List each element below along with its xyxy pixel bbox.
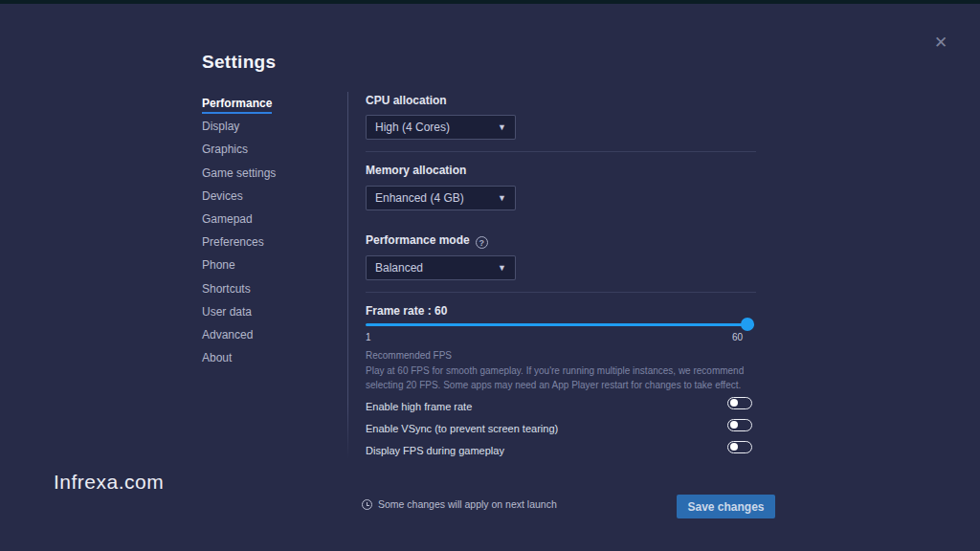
high-frame-rate-toggle[interactable]	[727, 397, 752, 409]
save-changes-button[interactable]: Save changes	[677, 495, 775, 518]
sidebar-item-display[interactable]: Display	[202, 120, 336, 143]
page-title: Settings	[202, 52, 276, 73]
performance-mode-label: Performance mode?	[366, 233, 488, 249]
toggle-row-display-fps: Display FPS during gameplay	[366, 441, 752, 454]
toggle-knob	[730, 443, 738, 451]
memory-allocation-dropdown[interactable]: Enhanced (4 GB) ▼	[366, 186, 516, 210]
footer-note-text: Some changes will apply on next launch	[378, 498, 557, 510]
chevron-down-icon: ▼	[498, 193, 506, 203]
sidebar-item-phone[interactable]: Phone	[202, 258, 336, 281]
sidebar-item-gamepad[interactable]: Gamepad	[202, 212, 336, 235]
cpu-allocation-value: High (4 Cores)	[375, 121, 498, 134]
clock-icon	[362, 499, 372, 510]
slider-track[interactable]	[366, 323, 754, 326]
toggle-knob	[730, 399, 738, 407]
cpu-allocation-label: CPU allocation	[366, 94, 447, 107]
sidebar-item-game-settings[interactable]: Game settings	[202, 166, 336, 189]
toggle-label: Display FPS during gameplay	[366, 445, 504, 456]
frame-rate-slider[interactable]	[366, 318, 754, 331]
sidebar-item-devices[interactable]: Devices	[202, 189, 336, 212]
chevron-down-icon: ▼	[498, 263, 506, 273]
memory-allocation-value: Enhanced (4 GB)	[375, 191, 498, 205]
vsync-toggle[interactable]	[727, 419, 752, 431]
sidebar-item-shortcuts[interactable]: Shortcuts	[202, 282, 336, 305]
slider-max-label: 60	[732, 332, 743, 342]
toggle-label: Enable VSync (to prevent screen tearing)	[366, 423, 558, 434]
watermark: Infrexa.com	[54, 471, 164, 494]
sidebar-item-advanced[interactable]: Advanced	[202, 328, 336, 351]
toggle-knob	[730, 421, 738, 429]
section-divider	[366, 151, 756, 152]
sidebar-item-user-data[interactable]: User data	[202, 305, 336, 328]
settings-sidebar: Performance Display Graphics Game settin…	[202, 97, 336, 374]
sidebar-item-preferences[interactable]: Preferences	[202, 235, 336, 258]
slider-handle[interactable]	[741, 318, 754, 331]
close-icon[interactable]: ✕	[930, 33, 951, 54]
performance-mode-value: Balanced	[375, 261, 498, 275]
section-divider	[366, 292, 756, 293]
performance-mode-dropdown[interactable]: Balanced ▼	[366, 255, 516, 280]
sidebar-item-about[interactable]: About	[202, 351, 336, 374]
toggle-row-high-frame-rate: Enable high frame rate	[366, 397, 752, 410]
memory-allocation-label: Memory allocation	[366, 164, 466, 177]
cpu-allocation-dropdown[interactable]: High (4 Cores) ▼	[366, 115, 516, 140]
display-fps-toggle[interactable]	[727, 441, 752, 453]
recommended-fps-title: Recommended FPS	[366, 350, 452, 361]
top-strip	[0, 0, 980, 4]
slider-min-label: 1	[366, 332, 371, 342]
chevron-down-icon: ▼	[498, 122, 506, 132]
frame-rate-label: Frame rate : 60	[366, 304, 447, 318]
help-icon[interactable]: ?	[476, 236, 488, 249]
sidebar-item-graphics[interactable]: Graphics	[202, 143, 336, 165]
toggle-label: Enable high frame rate	[366, 401, 472, 412]
recommended-fps-body: Play at 60 FPS for smooth gameplay. If y…	[366, 364, 756, 392]
sidebar-divider	[347, 92, 348, 459]
sidebar-item-performance[interactable]: Performance	[202, 97, 336, 120]
toggle-row-vsync: Enable VSync (to prevent screen tearing)	[366, 419, 752, 432]
footer-note: Some changes will apply on next launch	[362, 498, 557, 510]
